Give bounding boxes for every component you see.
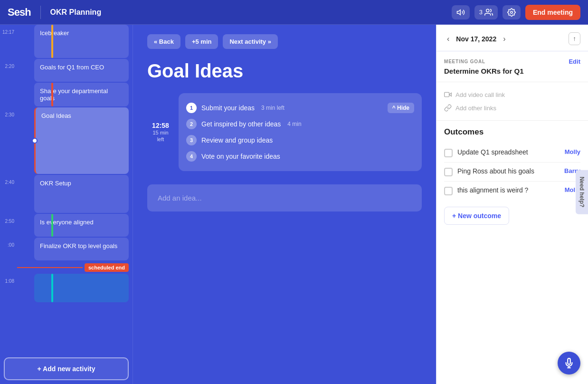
step-label-3: Review and group ideas [201, 136, 273, 144]
outcome-item-3: this alignment is weird ? Molly [444, 182, 580, 200]
share-icon: ↑ [573, 35, 576, 42]
logo: Sesh [8, 6, 31, 19]
date-prev-button[interactable]: ‹ [444, 34, 452, 44]
step-num-2: 2 [186, 119, 197, 129]
other-links-label: Add other links [455, 105, 496, 112]
links-section: Add video call link Add other links [436, 82, 588, 121]
date-nav: ‹ Nov 17, 2022 › [444, 34, 509, 44]
date-text: Nov 17, 2022 [456, 35, 496, 43]
sidebar-item-goals-ceo[interactable]: Goals for Q1 from CEO [34, 59, 129, 82]
end-meeting-button[interactable]: End meeting [525, 5, 580, 20]
video-icon [444, 91, 452, 98]
sidebar-item-extra[interactable] [34, 274, 129, 302]
sidebar-label-okr-setup: OKR Setup [40, 180, 71, 187]
sidebar-item-icebreaker[interactable]: Icebreaker [34, 25, 129, 58]
time-250: 2:50 [0, 214, 17, 237]
outcome-text-3: this alignment is weird ? [457, 186, 560, 194]
outcome-item-1: Update Q1 spreadsheet Molly [444, 144, 580, 163]
outcome-checkbox-2[interactable] [444, 168, 453, 176]
sidebar-label-share-goals: Share your departmental goals [40, 87, 108, 102]
sidebar-item-share-goals[interactable]: Share your departmental goals [34, 83, 129, 106]
gear-icon [507, 8, 516, 17]
svg-point-1 [486, 9, 489, 12]
mic-button[interactable] [558, 352, 580, 374]
nav-divider [40, 6, 41, 19]
next-activity-button[interactable]: Next activity » [223, 34, 277, 49]
step-label-2: Get inspired by other ideas [201, 120, 281, 128]
meeting-goal-header: MEETING GOAL Edit [444, 58, 580, 65]
timeline: 12:17 Icebreaker 2:20 Goals for Q1 from … [0, 25, 133, 354]
sidebar-item-goal-ideas[interactable]: Goal Ideas [34, 107, 129, 174]
video-call-link[interactable]: Add video call link [444, 88, 580, 101]
edit-goal-button[interactable]: Edit [569, 58, 580, 65]
settings-button[interactable] [503, 5, 521, 19]
outcome-assignee-1[interactable]: Molly [565, 148, 580, 155]
participants-button[interactable]: 3 [474, 5, 498, 19]
time-300: :00 [0, 238, 17, 260]
step-duration-1: 3 min left [261, 105, 285, 111]
step-num-1: 1 [186, 103, 197, 113]
sound-button[interactable] [452, 5, 470, 19]
sidebar: 12:17 Icebreaker 2:20 Goals for Q1 from … [0, 25, 133, 384]
share-button[interactable]: ↑ [569, 32, 580, 45]
step-label-4: Vote on your favorite ideas [201, 153, 280, 160]
svg-point-2 [511, 11, 513, 13]
activity-nav: « Back +5 min Next activity » [147, 34, 422, 49]
outcomes-section: Outcomes Update Q1 spreadsheet Molly Pin… [436, 121, 588, 384]
link-icon [444, 104, 452, 112]
new-outcome-button[interactable]: + New outcome [444, 207, 509, 225]
scheduled-end-label: scheduled end [85, 263, 129, 272]
nav-icons: 3 End meeting [452, 5, 580, 20]
sidebar-label-icebreaker: Icebreaker [40, 29, 69, 37]
time-108: 1:08 [0, 274, 17, 302]
hide-button[interactable]: ^ Hide [388, 103, 414, 113]
meeting-goal-text: Determine OKRs for Q1 [444, 67, 580, 75]
sidebar-item-finalize[interactable]: Finalize OKR top level goals [34, 238, 129, 260]
main-layout: 12:17 Icebreaker 2:20 Goals for Q1 from … [0, 25, 588, 384]
time-empty-1 [0, 83, 17, 106]
video-call-label: Add video call link [455, 91, 505, 98]
date-next-button[interactable]: › [500, 34, 508, 44]
meeting-goal-label: MEETING GOAL [444, 59, 485, 64]
time-left: 15 minleft [147, 129, 174, 143]
svg-rect-4 [445, 92, 449, 96]
participants-icon [484, 8, 493, 17]
add-activity-button[interactable]: + Add new activity [4, 357, 129, 380]
step-duration-2: 4 min [287, 121, 301, 127]
sound-icon [456, 8, 465, 17]
step-num-4: 4 [186, 151, 197, 162]
sidebar-label-finalize: Finalize OKR top level goals [40, 242, 117, 250]
date-header: ‹ Nov 17, 2022 › ↑ [436, 25, 588, 51]
step-3: 3 Review and group ideas [186, 132, 414, 148]
outcome-text-2: Ping Ross about his goals [457, 167, 560, 175]
plus5-button[interactable]: +5 min [185, 34, 218, 49]
other-links[interactable]: Add other links [444, 101, 580, 115]
activity-title: Goal Ideas [147, 60, 422, 82]
need-help-tab[interactable]: Need help? [576, 170, 588, 214]
idea-input[interactable] [147, 184, 422, 211]
step-num-3: 3 [186, 135, 197, 145]
sidebar-item-is-aligned[interactable]: Is everyone aligned [34, 214, 129, 237]
step-4: 4 Vote on your favorite ideas [186, 148, 414, 164]
outcomes-title: Outcomes [444, 127, 580, 137]
sidebar-label-goal-ideas: Goal Ideas [41, 112, 71, 119]
outcome-item-2: Ping Ross about his goals Barry [444, 163, 580, 182]
sidebar-item-okr-setup[interactable]: OKR Setup [34, 175, 129, 213]
step-2: 2 Get inspired by other ideas 4 min [186, 116, 414, 132]
center-panel: « Back +5 min Next activity » Goal Ideas… [133, 25, 436, 384]
time-1217: 12:17 [0, 25, 17, 58]
top-nav: Sesh OKR Planning 3 End meeti [0, 0, 588, 25]
time-230: 2:30 [0, 107, 17, 174]
meeting-goal-section: MEETING GOAL Edit Determine OKRs for Q1 [436, 51, 588, 82]
back-button[interactable]: « Back [147, 34, 180, 49]
outcome-checkbox-3[interactable] [444, 187, 453, 195]
svg-marker-0 [457, 10, 460, 15]
step-label-1: Submit your ideas [201, 104, 255, 112]
sidebar-label-goals-ceo: Goals for Q1 from CEO [40, 64, 104, 71]
timer-display: 12:58 [147, 122, 174, 129]
participants-count: 3 [479, 9, 483, 16]
outcome-checkbox-1[interactable] [444, 149, 453, 157]
time-240: 2:40 [0, 175, 17, 213]
step-1: 1 Submit your ideas 3 min left ^ Hide [186, 100, 414, 116]
outcome-text-1: Update Q1 spreadsheet [457, 148, 560, 156]
